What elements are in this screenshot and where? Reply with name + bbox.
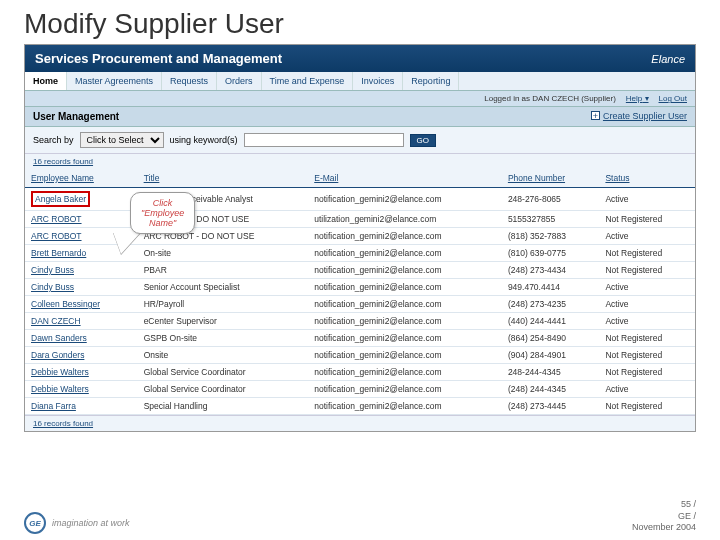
col-status[interactable]: Status bbox=[599, 169, 695, 188]
search-input[interactable] bbox=[244, 133, 404, 147]
phone-cell: 248-244-4345 bbox=[502, 364, 600, 381]
table-row: Dawn SandersGSPB On-sitenotification_gem… bbox=[25, 330, 695, 347]
status-cell: Not Registered bbox=[599, 262, 695, 279]
email-cell: notification_gemini2@elance.com bbox=[308, 279, 502, 296]
col-phone[interactable]: Phone Number bbox=[502, 169, 600, 188]
phone-cell: (248) 273-4235 bbox=[502, 296, 600, 313]
tab-time-expense[interactable]: Time and Expense bbox=[262, 72, 354, 90]
search-select[interactable]: Click to Select bbox=[80, 132, 164, 148]
phone-cell: (864) 254-8490 bbox=[502, 330, 600, 347]
phone-cell: (248) 273-4445 bbox=[502, 398, 600, 415]
title-cell: eCenter Supervisor bbox=[138, 313, 309, 330]
callout-tail bbox=[113, 232, 141, 254]
email-cell: notification_gemini2@elance.com bbox=[308, 398, 502, 415]
tab-requests[interactable]: Requests bbox=[162, 72, 217, 90]
email-cell: notification_gemini2@elance.com bbox=[308, 313, 502, 330]
table-row: Cindy BussPBARnotification_gemini2@elanc… bbox=[25, 262, 695, 279]
col-title[interactable]: Title bbox=[138, 169, 309, 188]
sub-toolbar: Logged in as DAN CZECH (Supplier) Help ▾… bbox=[25, 91, 695, 106]
slide-title: Modify Supplier User bbox=[0, 0, 720, 44]
title-cell: Global Service Coordinator bbox=[138, 364, 309, 381]
search-label: Search by bbox=[33, 135, 74, 145]
status-cell: Active bbox=[599, 313, 695, 330]
footer-date: November 2004 bbox=[632, 522, 696, 534]
tab-master-agreements[interactable]: Master Agreements bbox=[67, 72, 162, 90]
phone-cell: 248-276-8065 bbox=[502, 188, 600, 211]
table-row: DAN CZECHeCenter Supervisornotification_… bbox=[25, 313, 695, 330]
title-cell: GSPB On-site bbox=[138, 330, 309, 347]
section-title: User Management bbox=[33, 111, 119, 122]
table-row: Dara GondersOnsitenotification_gemini2@e… bbox=[25, 347, 695, 364]
user-table: Employee Name Title E-Mail Phone Number … bbox=[25, 169, 695, 415]
title-cell: Onsite bbox=[138, 347, 309, 364]
logged-in-text: Logged in as DAN CZECH (Supplier) bbox=[484, 94, 616, 103]
employee-name-link[interactable]: DAN CZECH bbox=[25, 313, 138, 330]
title-cell: HR/Payroll bbox=[138, 296, 309, 313]
email-cell: notification_gemini2@elance.com bbox=[308, 381, 502, 398]
status-cell: Active bbox=[599, 296, 695, 313]
table-row: Cindy BussSenior Account Specialistnotif… bbox=[25, 279, 695, 296]
email-cell: notification_gemini2@elance.com bbox=[308, 296, 502, 313]
go-button[interactable]: GO bbox=[410, 134, 436, 147]
title-cell: Special Handling bbox=[138, 398, 309, 415]
section-header: User Management +Create Supplier User bbox=[25, 106, 695, 127]
employee-name-link[interactable]: Debbie Walters bbox=[25, 381, 138, 398]
keywords-label: using keyword(s) bbox=[170, 135, 238, 145]
slide-footer: GE imagination at work 55 / GE / Novembe… bbox=[24, 499, 696, 534]
phone-cell: 949.470.4414 bbox=[502, 279, 600, 296]
plus-icon: + bbox=[591, 111, 600, 120]
tab-reporting[interactable]: Reporting bbox=[403, 72, 459, 90]
employee-name-link[interactable]: Dawn Sanders bbox=[25, 330, 138, 347]
search-row: Search by Click to Select using keyword(… bbox=[25, 127, 695, 153]
tab-invoices[interactable]: Invoices bbox=[353, 72, 403, 90]
ge-logo-icon: GE bbox=[24, 512, 46, 534]
footer-tagline: imagination at work bbox=[52, 518, 130, 528]
phone-cell: (248) 273-4434 bbox=[502, 262, 600, 279]
phone-cell: (818) 352-7883 bbox=[502, 228, 600, 245]
status-cell: Active bbox=[599, 228, 695, 245]
table-row: Debbie WaltersGlobal Service Coordinator… bbox=[25, 364, 695, 381]
employee-name-link[interactable]: Diana Farra bbox=[25, 398, 138, 415]
records-found-top[interactable]: 16 records found bbox=[25, 153, 695, 169]
app-title: Services Procurement and Management bbox=[35, 51, 282, 66]
email-cell: notification_gemini2@elance.com bbox=[308, 364, 502, 381]
employee-name-link[interactable]: Angela Baker bbox=[25, 188, 138, 211]
status-cell: Not Registered bbox=[599, 398, 695, 415]
email-cell: notification_gemini2@elance.com bbox=[308, 188, 502, 211]
title-cell: On-site bbox=[138, 245, 309, 262]
phone-cell: (440) 244-4441 bbox=[502, 313, 600, 330]
phone-cell: (904) 284-4901 bbox=[502, 347, 600, 364]
employee-name-link[interactable]: Debbie Walters bbox=[25, 364, 138, 381]
employee-name-link[interactable]: Dara Gonders bbox=[25, 347, 138, 364]
table-row: Colleen BessingerHR/Payrollnotification_… bbox=[25, 296, 695, 313]
nav-tabs: Home Master Agreements Requests Orders T… bbox=[25, 72, 695, 91]
footer-org: GE / bbox=[632, 511, 696, 523]
table-row: Angela BakerAccounts Receivable Analystn… bbox=[25, 188, 695, 211]
col-employee-name[interactable]: Employee Name bbox=[25, 169, 138, 188]
vendor-logo: Elance bbox=[651, 53, 685, 65]
employee-name-link[interactable]: ARC ROBOT bbox=[25, 211, 138, 228]
status-cell: Not Registered bbox=[599, 245, 695, 262]
employee-name-link[interactable]: Cindy Buss bbox=[25, 279, 138, 296]
help-link[interactable]: Help ▾ bbox=[626, 94, 649, 103]
create-supplier-user-link[interactable]: +Create Supplier User bbox=[591, 111, 687, 122]
tab-orders[interactable]: Orders bbox=[217, 72, 262, 90]
employee-name-link[interactable]: Colleen Bessinger bbox=[25, 296, 138, 313]
table-row: Debbie WaltersGlobal Service Coordinator… bbox=[25, 381, 695, 398]
status-cell: Not Registered bbox=[599, 330, 695, 347]
title-cell: Senior Account Specialist bbox=[138, 279, 309, 296]
title-cell: PBAR bbox=[138, 262, 309, 279]
records-found-bottom[interactable]: 16 records found bbox=[25, 415, 695, 431]
phone-cell: (810) 639-0775 bbox=[502, 245, 600, 262]
app-header: Services Procurement and Management Elan… bbox=[25, 45, 695, 72]
tab-home[interactable]: Home bbox=[25, 72, 67, 90]
employee-name-link[interactable]: Cindy Buss bbox=[25, 262, 138, 279]
callout-bubble: Click "Employee Name" bbox=[130, 192, 195, 234]
status-cell: Not Registered bbox=[599, 364, 695, 381]
col-email[interactable]: E-Mail bbox=[308, 169, 502, 188]
status-cell: Active bbox=[599, 381, 695, 398]
logout-link[interactable]: Log Out bbox=[659, 94, 687, 103]
phone-cell: 5155327855 bbox=[502, 211, 600, 228]
status-cell: Active bbox=[599, 279, 695, 296]
phone-cell: (248) 244-4345 bbox=[502, 381, 600, 398]
